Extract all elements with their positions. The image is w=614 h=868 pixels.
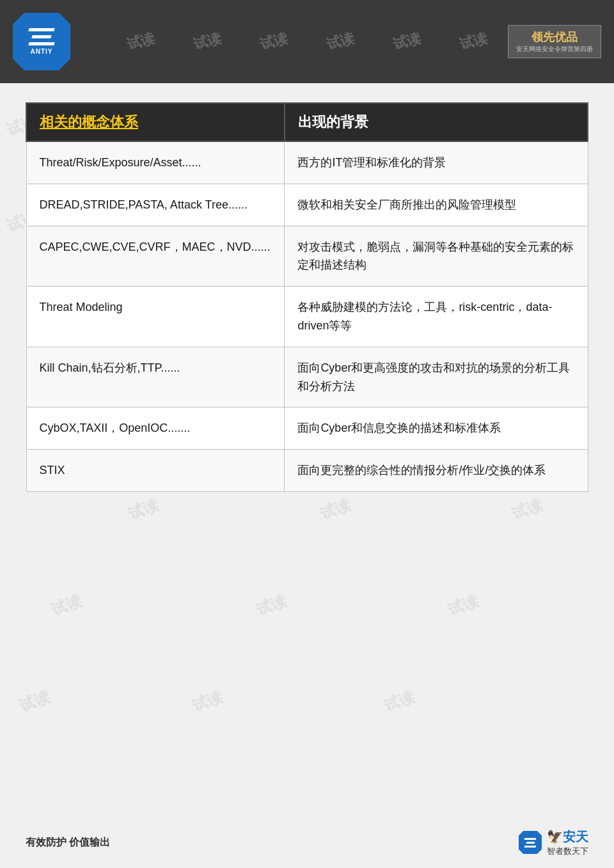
bg-wm-19: 试读 [253,590,289,620]
concept-cell: Threat Modeling [26,287,285,347]
brand-sub: 安天网络安全令牌营第四册 [516,45,593,54]
footer-tagline: 有效防护 价值输出 [26,836,110,849]
bg-wm-23: 试读 [381,686,417,716]
bg-wm-21: 试读 [17,686,52,716]
footer-brand-text: 🦅安天 智者数天下 [547,828,588,857]
footer-logo [519,831,542,854]
background-cell: 面向更完整的综合性的情报分析/作业/交换的体系 [285,450,588,492]
concept-cell: Threat/Risk/Exposure/Asset...... [26,141,285,184]
concept-cell: DREAD,STRIDE,PASTA, Attack Tree...... [26,184,285,226]
antiy-logo: ANTIY [13,13,70,70]
concept-cell: CAPEC,CWE,CVE,CVRF，MAEC，NVD...... [26,226,285,287]
background-cell: 微软和相关安全厂商所推出的风险管理模型 [285,184,588,226]
bg-wm-17: 试读 [509,494,545,524]
background-cell: 西方的IT管理和标准化的背景 [285,141,588,184]
bg-wm-22: 试读 [189,686,225,716]
watermark-2: 试读 [191,29,223,54]
background-cell: 面向Cyber和信息交换的描述和标准体系 [285,407,588,450]
bg-wm-16: 试读 [317,494,353,524]
footer: 有效防护 价值输出 🦅安天 智者数天下 [0,817,614,868]
concept-cell: CybOX,TAXII，OpenIOC....... [26,407,285,450]
background-cell: 面向Cyber和更高强度的攻击和对抗的场景的分析工具和分析方法 [285,347,588,407]
footer-brand-area: 🦅安天 智者数天下 [519,828,588,857]
concept-cell: Kill Chain,钻石分析,TTP...... [26,347,285,407]
table-row: CybOX,TAXII，OpenIOC.......面向Cyber和信息交换的描… [26,407,588,450]
table-row: STIX面向更完整的综合性的情报分析/作业/交换的体系 [26,450,588,492]
bg-wm-20: 试读 [445,590,481,620]
antiy-logo-text: ANTIY [31,48,53,55]
col1-header: 相关的概念体系 [26,103,285,141]
table-row: DREAD,STRIDE,PASTA, Attack Tree......微软和… [26,184,588,226]
background-cell: 各种威胁建模的方法论，工具，risk-centric，data-driven等等 [285,287,588,347]
watermark-5: 试读 [391,29,423,54]
concept-cell: STIX [26,450,285,492]
table-row: Threat Modeling各种威胁建模的方法论，工具，risk-centri… [26,287,588,347]
watermark-4: 试读 [324,29,356,54]
watermark-1: 试读 [125,29,157,54]
table-row: Threat/Risk/Exposure/Asset......西方的IT管理和… [26,141,588,184]
background-cell: 对攻击模式，脆弱点，漏洞等各种基础的安全元素的标定和描述结构 [285,226,588,287]
table-header-row: 相关的概念体系 出现的背景 [26,103,588,141]
watermark-3: 试读 [258,29,290,54]
col2-header: 出现的背景 [285,103,588,141]
bg-wm-15: 试读 [125,494,161,524]
header: ANTIY 试读 试读 试读 试读 试读 试读 领先优品 安天网络安全令牌营第四… [0,0,614,83]
footer-brand-main: 🦅安天 [547,828,588,846]
table-row: Kill Chain,钻石分析,TTP......面向Cyber和更高强度的攻击… [26,347,588,407]
header-brand: 领先优品 安天网络安全令牌营第四册 [508,25,601,58]
footer-brand-desc: 智者数天下 [547,846,588,857]
main-content: 相关的概念体系 出现的背景 Threat/Risk/Exposure/Asset… [26,102,588,492]
table-row: CAPEC,CWE,CVE,CVRF，MAEC，NVD......对攻击模式，脆… [26,226,588,287]
footer-brand-main-text: 🦅 [547,830,563,844]
bg-wm-18: 试读 [49,590,84,620]
brand-chinese: 领先优品 [531,29,578,45]
watermark-6: 试读 [457,29,489,54]
concept-table: 相关的概念体系 出现的背景 Threat/Risk/Exposure/Asset… [26,102,588,492]
